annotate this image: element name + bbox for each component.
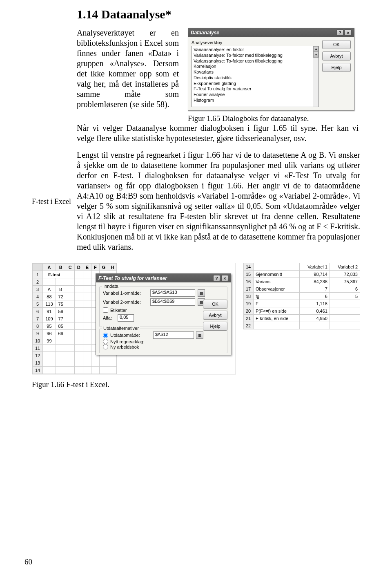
alfa-input[interactable]: 0,05 — [118, 314, 134, 322]
list-item[interactable]: Kovarians — [194, 69, 317, 75]
result-value: 1,118 — [299, 300, 330, 307]
cell[interactable]: 69 — [56, 330, 66, 337]
cell[interactable]: 59 — [56, 308, 66, 315]
body-paragraph: Lengst til venstre på regnearket i figur… — [77, 150, 360, 252]
result-label: P(F<=f) en side — [254, 307, 300, 315]
result-value: 75,367 — [330, 278, 360, 285]
row-header[interactable]: 7 — [33, 315, 43, 322]
row-header[interactable]: 21 — [244, 315, 254, 322]
utdata-radio[interactable] — [103, 333, 108, 338]
row-header[interactable]: 8 — [33, 322, 43, 330]
spreadsheet-figure: A B C D E F G H 1F-test 2 3AB 48872 5113… — [32, 263, 236, 374]
checkbox-label: Etiketter — [110, 308, 127, 313]
nytt-regneark-radio[interactable] — [103, 339, 108, 344]
row-header[interactable]: 11 — [33, 345, 43, 352]
row-header[interactable]: 3 — [33, 286, 43, 293]
cell[interactable]: 72 — [56, 293, 66, 300]
close-icon[interactable]: × — [221, 275, 228, 281]
cell[interactable]: F-test — [43, 271, 66, 278]
range-picker-icon[interactable]: ▦ — [196, 331, 203, 339]
cell[interactable]: 113 — [43, 300, 56, 308]
row-header[interactable]: 17 — [244, 285, 254, 293]
col-header[interactable]: F — [91, 264, 100, 271]
cancel-button[interactable]: Avbryt — [203, 311, 227, 320]
figure-caption-1: Figur 1.65 Dialogboks for dataanalyse. — [188, 114, 354, 123]
scrollbar[interactable]: ▴ ▾ — [313, 46, 318, 107]
list-item[interactable]: Eksponentiell glatting — [194, 81, 317, 87]
ok-button[interactable]: OK — [322, 40, 351, 49]
row-header[interactable]: 9 — [33, 330, 43, 337]
output-range-input[interactable]: $A$12 — [153, 331, 194, 339]
page-number: 60 — [24, 557, 32, 566]
figure-caption-2: Figur 1.66 F-test i Excel. — [32, 380, 360, 389]
result-label: F — [254, 300, 300, 307]
cell[interactable]: 96 — [43, 330, 56, 337]
var2-input[interactable]: $B$4:$B$9 — [150, 298, 195, 306]
col-header[interactable]: D — [74, 264, 83, 271]
list-item[interactable]: Histogram — [194, 98, 317, 103]
cell[interactable]: 99 — [43, 337, 56, 345]
help-icon[interactable]: ? — [336, 29, 343, 36]
list-item[interactable]: Variansanalyse: en faktor — [194, 47, 317, 53]
scroll-down-icon[interactable]: ▾ — [313, 52, 318, 58]
cell[interactable]: B — [56, 286, 66, 293]
row-header[interactable]: 15 — [244, 271, 254, 278]
cell[interactable]: 77 — [56, 315, 66, 322]
list-item[interactable]: Deskriptiv statistikk — [194, 75, 317, 81]
result-value: 0,461 — [299, 307, 330, 315]
row-header[interactable]: 4 — [33, 293, 43, 300]
var1-input[interactable]: $A$4:$A$10 — [150, 289, 195, 297]
row-header[interactable]: 19 — [244, 300, 254, 307]
close-icon[interactable]: × — [345, 29, 352, 36]
field-label: Alfa: — [103, 316, 115, 320]
col-header[interactable]: A — [43, 264, 56, 271]
list-item[interactable]: Variansanalyse: To-faktor uten tilbakele… — [194, 58, 317, 64]
col-header[interactable]: B — [56, 264, 66, 271]
cell[interactable]: 75 — [56, 300, 66, 308]
ftest-dialog: F-Test To utvalg for varianser ? × Innda… — [96, 273, 231, 355]
dataanalyse-dialog: Dataanalyse ? × Analyseverktøy Variansan… — [188, 28, 354, 111]
cell[interactable]: 88 — [43, 293, 56, 300]
row-header[interactable]: 20 — [244, 307, 254, 315]
etiketter-checkbox[interactable] — [103, 307, 108, 313]
col-header[interactable]: E — [83, 264, 91, 271]
list-item[interactable]: Variansanalyse: To-faktor med tilbakeleg… — [194, 53, 317, 58]
col-header[interactable]: H — [108, 264, 117, 271]
row-header[interactable]: 10 — [33, 337, 43, 345]
help-button[interactable]: Hjelp — [203, 322, 227, 331]
cell[interactable]: A — [43, 286, 56, 293]
result-value: 98,714 — [299, 271, 330, 278]
col-header[interactable]: C — [66, 264, 74, 271]
col-header: Variabel 2 — [330, 263, 360, 271]
ok-button[interactable]: OK — [203, 300, 227, 309]
analysis-listbox[interactable]: Variansanalyse: en faktor Variansanalyse… — [192, 46, 319, 107]
list-item[interactable]: F-Test To utvalg for varianser — [194, 86, 317, 92]
col-header[interactable]: G — [99, 264, 108, 271]
cell[interactable]: 109 — [43, 315, 56, 322]
cell[interactable]: 95 — [43, 322, 56, 330]
row-header[interactable]: 6 — [33, 308, 43, 315]
help-icon[interactable]: ? — [213, 275, 220, 281]
list-item[interactable]: Fourier-analyse — [194, 92, 317, 98]
row-header[interactable]: 12 — [33, 352, 43, 359]
row-header[interactable]: 14 — [33, 367, 43, 374]
row-header[interactable]: 1 — [33, 271, 43, 278]
cell[interactable]: 85 — [56, 322, 66, 330]
corner-cell[interactable] — [33, 264, 43, 271]
cancel-button[interactable]: Avbryt — [322, 51, 351, 60]
scroll-up-icon[interactable]: ▴ — [313, 46, 318, 52]
row-header[interactable]: 2 — [33, 278, 43, 286]
selected-cell[interactable] — [43, 352, 56, 359]
row-header[interactable]: 5 — [33, 300, 43, 308]
row-header[interactable]: 18 — [244, 293, 254, 300]
row-header[interactable]: 22 — [244, 322, 254, 329]
cell[interactable]: 91 — [43, 308, 56, 315]
row-header[interactable]: 13 — [33, 359, 43, 367]
list-item[interactable]: Korrelasjon — [194, 64, 317, 69]
range-picker-icon[interactable]: ▦ — [198, 289, 205, 297]
ny-arbeidsbok-radio[interactable] — [103, 344, 108, 349]
row-header[interactable]: 16 — [244, 278, 254, 285]
row-header[interactable]: 14 — [244, 263, 254, 271]
result-label: Varians — [254, 278, 300, 285]
help-button[interactable]: Hjelp — [322, 63, 351, 72]
